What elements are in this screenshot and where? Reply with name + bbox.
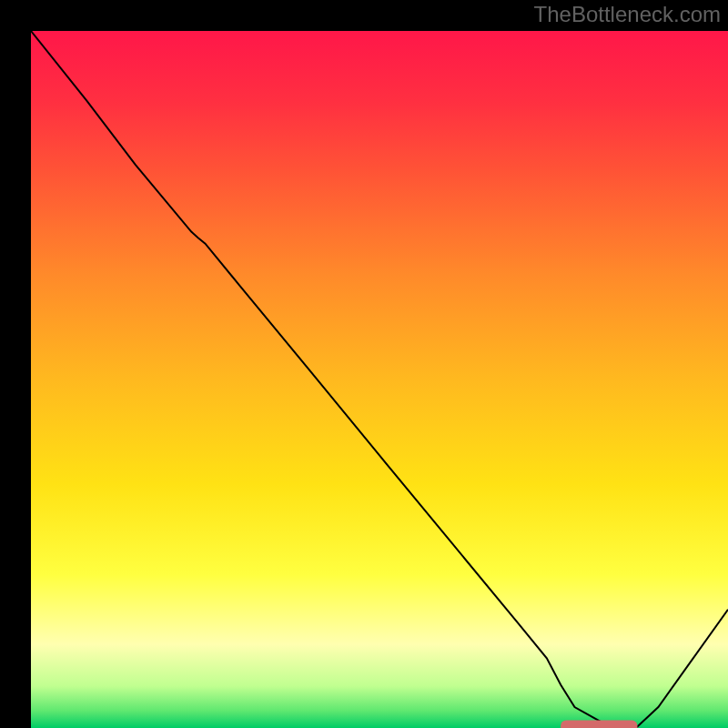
- chart-background: [31, 31, 728, 728]
- plot-area: [31, 31, 728, 728]
- optimal-range-marker: [561, 721, 637, 728]
- chart-svg: [31, 31, 728, 728]
- chart-frame: TheBottleneck.com: [0, 0, 728, 728]
- watermark-text: TheBottleneck.com: [534, 2, 721, 27]
